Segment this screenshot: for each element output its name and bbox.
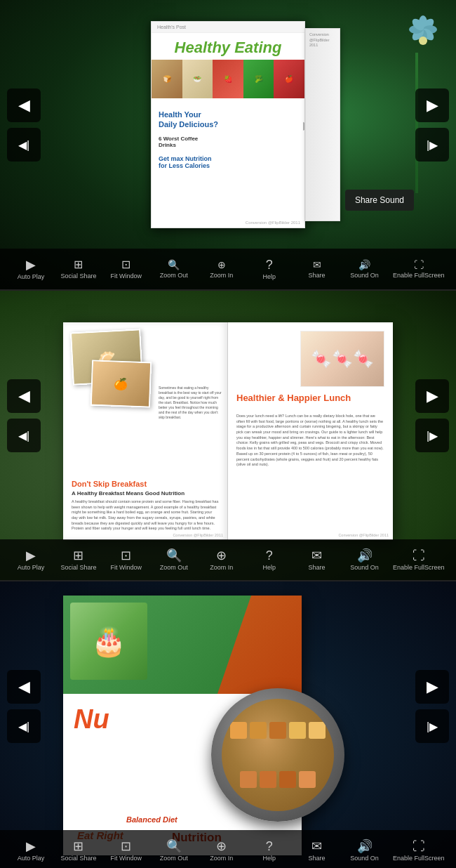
first-button-2[interactable]: ◀| xyxy=(7,419,41,452)
book-spread: 🥟 🍊 Don't Skip Breakfast A Healthy Break… xyxy=(63,322,393,540)
prev-button-3[interactable]: ◀ xyxy=(7,670,41,704)
zoom-in-icon-3: ⊕ xyxy=(216,840,227,853)
autoplay-button-3[interactable]: ▶ Auto Play xyxy=(11,840,50,862)
autoplay-button[interactable]: ▶ Auto Play xyxy=(11,258,50,280)
zoom-out-label: Zoom Out xyxy=(160,272,188,279)
zoom-out-icon-3: 🔍 xyxy=(166,840,182,853)
autoplay-button-2[interactable]: ▶ Auto Play xyxy=(11,549,50,571)
social-share-button-3[interactable]: ⊞ Social Share xyxy=(59,840,98,862)
food-cell-4: 🥦 xyxy=(243,60,274,98)
dont-skip-heading: Don't Skip Breakfast xyxy=(72,480,219,488)
help-button[interactable]: ? Help xyxy=(250,258,288,280)
fit-window-label: Fit Window xyxy=(111,272,142,280)
food-cell-3: 🍓 xyxy=(213,60,243,98)
help-icon-2: ? xyxy=(266,549,273,562)
breakfast-body: A healthy breakfast should contain some … xyxy=(72,499,219,532)
sound-button-3[interactable]: 🔊 Sound On xyxy=(345,840,384,862)
prev-button-2[interactable]: ◀ xyxy=(7,379,41,413)
fit-window-button-2[interactable]: ⊡ Fit Window xyxy=(107,549,145,571)
fit-window-icon: ⊡ xyxy=(121,259,130,270)
zoom-out-button-3[interactable]: 🔍 Zoom Out xyxy=(154,840,193,862)
fullscreen-icon-2: ⛶ xyxy=(413,549,425,562)
help-label-3: Help xyxy=(262,855,276,862)
food-piece-4 xyxy=(289,722,306,739)
zoom-in-label-3: Zoom In xyxy=(210,855,233,862)
prev-button[interactable]: ◀ xyxy=(7,88,41,122)
fit-window-button[interactable]: ⊡ Fit Window xyxy=(107,259,145,280)
share-button[interactable]: ✉ Share xyxy=(297,260,336,279)
sound-button-2[interactable]: 🔊 Sound On xyxy=(345,549,384,571)
help-button-2[interactable]: ? Help xyxy=(250,549,288,571)
book-item-2: Get max Nutritionfor Less Calories xyxy=(159,155,297,169)
social-share-label: Social Share xyxy=(60,272,96,280)
first-button[interactable]: ◀| xyxy=(7,128,41,162)
help-label-2: Help xyxy=(262,564,276,571)
zoom-out-label-3: Zoom Out xyxy=(160,855,188,862)
autoplay-icon-2: ▶ xyxy=(26,549,36,562)
food-piece-2 xyxy=(250,722,267,739)
sound-button[interactable]: 🔊 Sound On xyxy=(345,260,384,279)
last-button-3[interactable]: |▶ xyxy=(415,709,449,743)
social-share-label-3: Social Share xyxy=(60,855,96,862)
zoom-out-label-2: Zoom Out xyxy=(160,564,188,571)
book-page-1: Health's Post Healthy Eating 🍞 🥗 🍓 🥦 🍎 ▶… xyxy=(151,21,305,228)
help-icon-3: ? xyxy=(266,840,273,853)
help-button-3[interactable]: ? Help xyxy=(250,840,288,862)
social-share-button-2[interactable]: ⊞ Social Share xyxy=(59,549,98,571)
fullscreen-label-2: Enable FullScreen xyxy=(393,564,445,571)
help-icon: ? xyxy=(266,258,273,271)
next-button[interactable]: ▶ xyxy=(415,88,449,122)
page-footer-right: Conversion @FlipBilder 2011 xyxy=(338,533,389,537)
viewer-section-1: ◀ ▶ ◀| |▶ Health's Post Healthy Eating 🍞… xyxy=(0,0,456,289)
social-share-label-2: Social Share xyxy=(60,564,96,571)
share-button-3[interactable]: ✉ Share xyxy=(297,840,336,862)
book-container-2: 🥟 🍊 Don't Skip Breakfast A Healthy Break… xyxy=(63,322,393,540)
last-button-2[interactable]: |▶ xyxy=(415,419,449,452)
fullscreen-button[interactable]: ⛶ Enable FullScreen xyxy=(393,260,445,279)
share-icon: ✉ xyxy=(313,260,321,270)
dish-overlay xyxy=(211,688,344,822)
autoplay-label-2: Auto Play xyxy=(18,564,45,571)
zoom-in-button[interactable]: ⊕ Zoom In xyxy=(202,260,241,279)
zoom-out-button[interactable]: 🔍 Zoom Out xyxy=(154,260,193,279)
flower-center xyxy=(419,37,427,45)
zoom-in-button-3[interactable]: ⊕ Zoom In xyxy=(202,840,241,862)
viewer-section-3: ◀ ▶ ◀| |▶ 🎂 Nu Eat Right Balanced Diet N… xyxy=(0,581,456,868)
fullscreen-button-2[interactable]: ⛶ Enable FullScreen xyxy=(393,549,445,571)
fit-window-label-2: Fit Window xyxy=(111,564,142,571)
share-label-3: Share xyxy=(309,855,326,862)
food-cell-2: 🥗 xyxy=(182,60,213,98)
book-header: Health's Post xyxy=(152,22,304,33)
fullscreen-label-3: Enable FullScreen xyxy=(393,855,445,862)
left-text-area: Don't Skip Breakfast A Healthy Breakfast… xyxy=(72,480,219,532)
social-share-button[interactable]: ⊞ Social Share xyxy=(59,259,98,280)
diagonal-overlay xyxy=(217,596,302,694)
zoom-in-button-2[interactable]: ⊕ Zoom In xyxy=(202,549,241,571)
zoom-in-icon: ⊕ xyxy=(217,260,226,270)
autoplay-label-3: Auto Play xyxy=(18,855,45,862)
food-piece-1 xyxy=(230,722,247,739)
fullscreen-button-3[interactable]: ⛶ Enable FullScreen xyxy=(393,840,445,862)
share-icon-3: ✉ xyxy=(311,840,322,853)
fit-window-label-3: Fit Window xyxy=(111,855,142,862)
sound-icon-3: 🔊 xyxy=(357,840,373,853)
next-button-3[interactable]: ▶ xyxy=(415,670,449,704)
help-label: Help xyxy=(262,273,276,280)
autoplay-icon-3: ▶ xyxy=(26,840,36,853)
share-button-2[interactable]: ✉ Share xyxy=(297,549,336,571)
first-button-3[interactable]: ◀| xyxy=(7,709,41,743)
food-cell-5: 🍎 xyxy=(274,60,304,98)
food-piece-8 xyxy=(279,771,296,788)
dish-circle xyxy=(211,688,344,822)
sound-label: Sound On xyxy=(350,272,379,279)
fullscreen-label: Enable FullScreen xyxy=(393,272,445,279)
share-label: Share xyxy=(309,272,326,279)
next-button-2[interactable]: ▶ xyxy=(415,379,449,413)
social-share-icon: ⊞ xyxy=(74,259,83,270)
flower-stem xyxy=(415,53,418,193)
social-share-icon-3: ⊞ xyxy=(73,840,83,853)
fit-window-button-3[interactable]: ⊡ Fit Window xyxy=(107,840,145,862)
zoom-out-button-2[interactable]: 🔍 Zoom Out xyxy=(154,549,193,571)
last-button[interactable]: |▶ xyxy=(415,128,449,162)
food-piece-3 xyxy=(269,722,286,739)
